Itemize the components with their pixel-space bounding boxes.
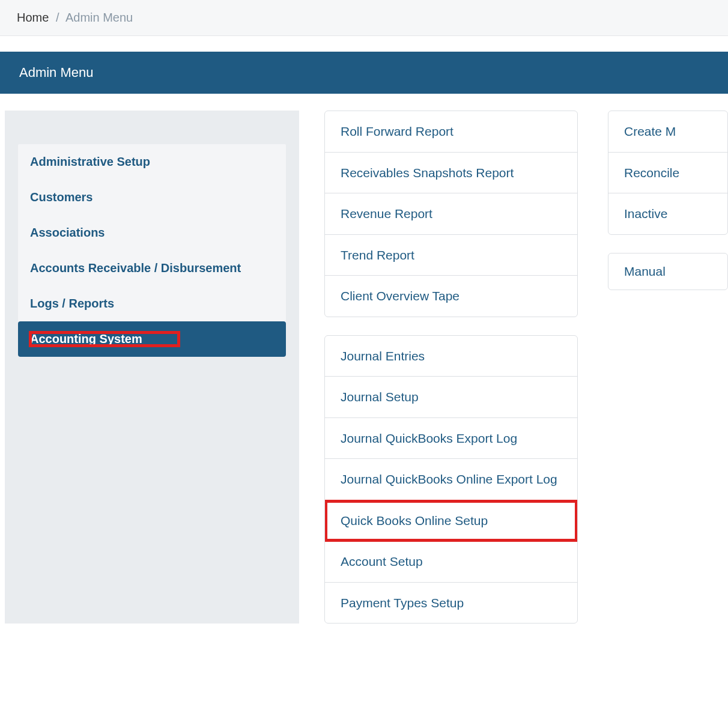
sidebar-item-customers[interactable]: Customers bbox=[18, 180, 286, 215]
link-payment-types-setup[interactable]: Payment Types Setup bbox=[325, 583, 577, 624]
breadcrumb-current: Admin Menu bbox=[65, 11, 133, 24]
center-column: Roll Forward Report Receivables Snapshot… bbox=[324, 111, 578, 624]
journal-list: Journal Entries Journal Setup Journal Qu… bbox=[324, 335, 578, 624]
page-title: Admin Menu bbox=[0, 52, 728, 94]
link-journal-setup[interactable]: Journal Setup bbox=[325, 377, 577, 418]
sidebar-item-label: Accounting System bbox=[30, 332, 142, 346]
breadcrumb: Home / Admin Menu bbox=[0, 0, 728, 36]
link-quickbooks-online-setup[interactable]: Quick Books Online Setup bbox=[325, 500, 577, 542]
link-trend-report[interactable]: Trend Report bbox=[325, 235, 577, 276]
sidebar-item-logs-reports[interactable]: Logs / Reports bbox=[18, 286, 286, 321]
sidebar: Administrative Setup Customers Associati… bbox=[5, 111, 299, 624]
right-list: Create M Reconcile Inactive bbox=[608, 111, 728, 235]
link-manual-partial[interactable]: Manual bbox=[608, 253, 728, 290]
link-journal-entries[interactable]: Journal Entries bbox=[325, 336, 577, 377]
sidebar-list: Administrative Setup Customers Associati… bbox=[18, 144, 286, 357]
content-columns: Roll Forward Report Receivables Snapshot… bbox=[324, 111, 728, 624]
sidebar-item-administrative-setup[interactable]: Administrative Setup bbox=[18, 144, 286, 180]
link-receivables-snapshots-report[interactable]: Receivables Snapshots Report bbox=[325, 153, 577, 194]
sidebar-item-associations[interactable]: Associations bbox=[18, 215, 286, 250]
main-content: Administrative Setup Customers Associati… bbox=[0, 94, 728, 624]
link-client-overview-tape[interactable]: Client Overview Tape bbox=[325, 276, 577, 317]
link-create-partial[interactable]: Create M bbox=[608, 111, 727, 153]
link-inactive-partial[interactable]: Inactive bbox=[608, 193, 727, 234]
link-revenue-report[interactable]: Revenue Report bbox=[325, 193, 577, 235]
right-column: Create M Reconcile Inactive Manual bbox=[608, 111, 728, 624]
link-roll-forward-report[interactable]: Roll Forward Report bbox=[325, 111, 577, 153]
sidebar-item-accounting-system[interactable]: Accounting System bbox=[18, 321, 286, 357]
breadcrumb-separator: / bbox=[56, 11, 59, 24]
breadcrumb-home[interactable]: Home bbox=[17, 11, 49, 24]
link-account-setup[interactable]: Account Setup bbox=[325, 541, 577, 583]
sidebar-item-accounts-receivable[interactable]: Accounts Receivable / Disbursement bbox=[18, 250, 286, 286]
report-list: Roll Forward Report Receivables Snapshot… bbox=[324, 111, 578, 317]
link-journal-qb-online-export-log[interactable]: Journal QuickBooks Online Export Log bbox=[325, 459, 577, 500]
link-reconcile-partial[interactable]: Reconcile bbox=[608, 153, 727, 194]
link-journal-qb-export-log[interactable]: Journal QuickBooks Export Log bbox=[325, 418, 577, 460]
highlight-box: Accounting System bbox=[30, 332, 179, 346]
